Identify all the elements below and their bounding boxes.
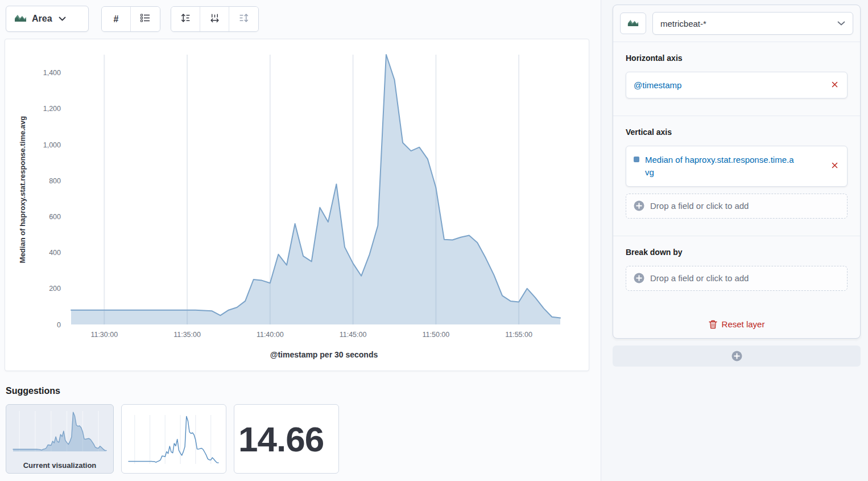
bottom-axis-settings-button[interactable]: [200, 7, 229, 31]
vertical-axis-icon: [181, 13, 191, 25]
plus-circle-icon: [634, 200, 644, 211]
svg-text:11:50:00: 11:50:00: [423, 331, 450, 339]
series-color-swatch: [634, 157, 639, 162]
svg-text:600: 600: [49, 213, 61, 221]
layer-header: metricbeat-*: [613, 5, 860, 42]
horizontal-axis-section: Horizontal axis @timestamp: [613, 42, 860, 116]
svg-text:200: 200: [49, 285, 61, 293]
index-pattern-value: metricbeat-*: [660, 19, 706, 28]
index-pattern-select[interactable]: metricbeat-*: [652, 12, 853, 35]
horizontal-axis-dimension[interactable]: @timestamp: [626, 72, 848, 98]
current-visualization-label: Current visualization: [6, 461, 113, 470]
trash-icon: [709, 320, 717, 329]
legend-settings-button[interactable]: [131, 7, 160, 31]
svg-text:1,400: 1,400: [43, 69, 61, 77]
right-axis-settings-button[interactable]: [229, 7, 258, 31]
svg-text:11:45:00: 11:45:00: [340, 331, 367, 339]
value-format-button[interactable]: #: [102, 7, 131, 31]
svg-text:11:55:00: 11:55:00: [505, 331, 532, 339]
layer-panel: metricbeat-* Horizontal axis @timestamp …: [613, 5, 861, 339]
reset-layer-button[interactable]: Reset layer: [613, 310, 860, 338]
mini-area-chart: [11, 408, 109, 454]
svg-text:11:35:00: 11:35:00: [173, 331, 201, 339]
vertical-axis-section: Vertical axis Median of haproxy.stat.res…: [613, 116, 860, 236]
axis-settings-button-group: [171, 6, 259, 32]
area-chart-icon: [14, 14, 27, 24]
area-chart-icon: [627, 19, 639, 28]
value-options-button-group: #: [101, 6, 160, 32]
chevron-down-icon: [59, 17, 66, 21]
plus-circle-icon: [731, 351, 742, 361]
vertical-axis-drop-target[interactable]: Drop a field or click to add: [626, 194, 848, 219]
drop-field-placeholder: Drop a field or click to add: [650, 273, 749, 283]
break-down-section: Break down by Drop a field or click to a…: [613, 236, 860, 308]
vertical-axis-dimension[interactable]: Median of haproxy.stat.response.time.avg: [626, 146, 848, 187]
close-icon: [831, 81, 838, 90]
close-icon: [831, 162, 838, 171]
suggestion-line-chart[interactable]: [121, 404, 226, 474]
vertical-axis-title: Vertical axis: [626, 128, 848, 137]
area-chart[interactable]: 11:30:0011:35:0011:40:0011:45:0011:50:00…: [5, 39, 589, 346]
editor-main: Area #: [0, 0, 601, 481]
drop-field-placeholder: Drop a field or click to add: [650, 201, 749, 211]
svg-text:11:30:00: 11:30:00: [90, 331, 118, 339]
horizontal-axis-icon: [210, 13, 220, 25]
break-down-title: Break down by: [626, 248, 848, 257]
chart-type-label: Area: [32, 14, 52, 24]
suggestions-heading: Suggestions: [6, 386, 60, 396]
legend-list-icon: [140, 14, 150, 24]
svg-text:1,000: 1,000: [43, 141, 61, 149]
chart-type-selector[interactable]: Area: [6, 6, 89, 32]
chevron-down-icon: [837, 21, 845, 26]
svg-text:0: 0: [57, 321, 61, 329]
reset-layer-label: Reset layer: [722, 319, 765, 329]
mini-line-chart: [126, 412, 221, 467]
x-axis-title: @timestamp per 30 seconds: [66, 350, 582, 359]
suggestion-current-visualization[interactable]: Current visualization: [6, 404, 114, 474]
layer-chart-type-button[interactable]: [620, 13, 646, 34]
layer-config-column: metricbeat-* Horizontal axis @timestamp …: [601, 0, 868, 481]
add-layer-button[interactable]: [613, 346, 861, 367]
remove-vertical-axis-button[interactable]: [830, 161, 840, 172]
svg-text:400: 400: [49, 249, 61, 257]
plus-circle-icon: [634, 273, 644, 283]
break-down-drop-target[interactable]: Drop a field or click to add: [626, 266, 848, 291]
horizontal-axis-field: @timestamp: [634, 79, 681, 92]
suggestion-cards: Current visualization 14.66: [6, 404, 339, 474]
vertical-axis-field: Median of haproxy.stat.response.time.avg: [645, 154, 794, 179]
suggestion-metric[interactable]: 14.66: [234, 404, 339, 474]
right-axis-icon: [239, 13, 249, 25]
remove-horizontal-axis-button[interactable]: [830, 80, 840, 91]
horizontal-axis-title: Horizontal axis: [626, 54, 848, 63]
svg-text:11:40:00: 11:40:00: [257, 331, 284, 339]
visualization-panel: Median of haproxy.stat.response.time.avg…: [5, 39, 589, 371]
svg-text:800: 800: [49, 177, 61, 185]
hash-label: #: [114, 14, 119, 24]
metric-value: 14.66: [238, 419, 324, 459]
svg-text:1,200: 1,200: [43, 105, 61, 113]
left-axis-settings-button[interactable]: [171, 7, 200, 31]
